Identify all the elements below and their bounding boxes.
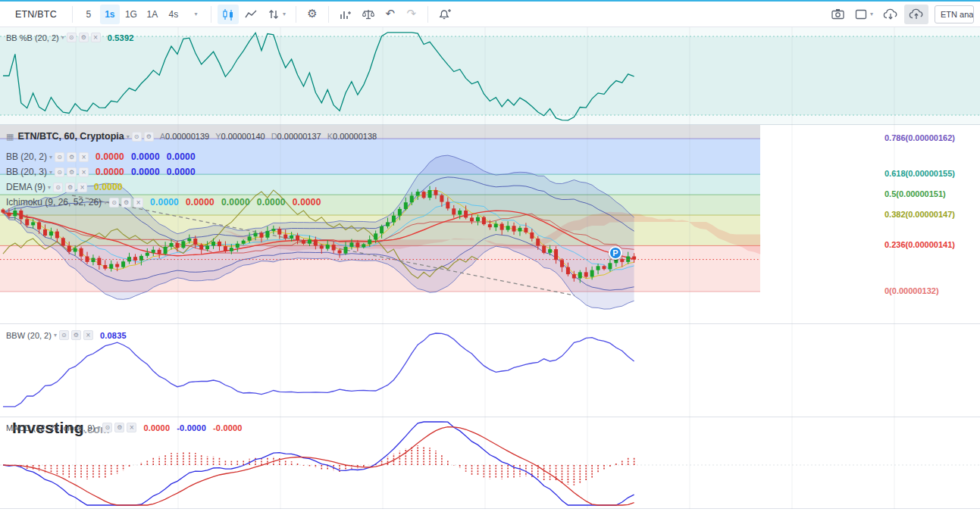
undo-button[interactable]: ↶ [380,5,400,24]
redo-arrow-icon: ↷ [407,8,417,20]
scales-icon [362,8,375,21]
settings-button[interactable]: ⚙ [302,5,322,24]
toolbar-separator [72,6,73,23]
eye-icon[interactable]: ⊙ [53,183,63,192]
fib-level-label: 0(0.00000132) [885,286,939,295]
redo-button[interactable]: ↷ [402,5,421,24]
indicator-row: Ichimoku (9, 26, 52, 26)▾⊙⚙×0.00000.0000… [6,195,321,210]
indicator-value: 0.0000 [95,167,124,177]
macd-value: -0.0000 [177,423,206,432]
compare-button[interactable]: ▾ [263,5,290,24]
toolbar-separator [211,6,211,23]
fib-level-label: 0.618(0.00000155) [885,169,955,178]
close-icon[interactable]: × [83,330,93,340]
eye-icon[interactable]: ⊙ [55,152,64,162]
interval-group: 51s1G1A4s [79,5,183,24]
symbol-button[interactable]: ETN/BTC [6,5,66,24]
camera-icon [831,7,845,21]
chart-type-candles-button[interactable] [218,5,239,24]
save-layout-button[interactable] [904,5,928,24]
eye-icon[interactable]: ⊙ [59,330,69,340]
close-icon[interactable]: × [79,152,89,162]
interval-4s[interactable]: 4s [164,5,183,24]
ohlc-value: 0.00000138 [333,132,377,141]
interval-1s[interactable]: 1s [100,5,120,24]
bbp-controls: ⊙⚙× [64,33,101,42]
chevron-down-icon: ▾ [194,11,197,17]
macd-value: 0.0000 [143,423,170,432]
position-marker[interactable]: P [609,246,622,260]
gear-icon[interactable]: ⚙ [67,167,77,177]
toolbar-separator [427,6,428,23]
close-icon[interactable]: × [133,198,143,208]
toolbar: ETN/BTC 51s1G1A4s ▾ ▾ [0,2,980,27]
indicator-controls: ⊙⚙× [107,198,143,208]
main-chart-controls: ⊙⚙ [130,132,154,142]
fib-level-label: 0.236(0.00000141) [885,240,955,249]
main-chart-title[interactable]: ETN/BTC, 60, Cryptopia [17,131,124,142]
indicator-value: 0.0000 [167,167,196,177]
indicator-controls: ⊙⚙× [51,183,87,192]
indicator-value: 0.0000 [131,167,160,177]
indicator-controls: ⊙⚙× [52,152,89,162]
indicator-value: 0.0000 [221,197,250,208]
bbw-value: 0.0835 [100,331,127,340]
gear-icon: ⚙ [307,8,317,20]
chevron-down-icon: ▾ [283,11,286,17]
alert-button[interactable] [434,5,456,24]
fib-level-label: 0.786(0.00000162) [885,133,955,142]
indicator-legend-list: BB (20, 2)▾⊙⚙×0.00000.00000.0000BB (20, … [6,149,321,210]
gear-icon[interactable]: ⚙ [144,132,154,142]
interval-1A[interactable]: 1A [142,5,162,24]
macd-values: 0.0000-0.0000-0.0000 [136,423,242,432]
eye-icon[interactable]: ⊙ [102,423,112,432]
gear-icon[interactable]: ⚙ [71,330,81,340]
indicator-name[interactable]: Ichimoku (9, 26, 52, 26) [6,197,102,208]
pane-main-chart: ▦ ETN/BTC, 60, Cryptopia ▾ ⊙⚙ A0.0000013… [0,125,980,324]
bbp-canvas[interactable] [0,27,980,125]
fib-level-label: 0.5(0.00000151) [885,189,946,198]
close-icon[interactable]: × [91,33,101,42]
close-icon[interactable]: × [77,183,87,192]
indicators-button[interactable] [335,5,356,24]
gear-icon[interactable]: ⚙ [67,152,77,162]
pane-bb-percent-b: BB %B (20, 2) ▾ ⊙⚙× 0.5392 [0,27,980,125]
gear-icon[interactable]: ⚙ [79,33,89,42]
bbp-indicator-name[interactable]: BB %B (20, 2) [6,33,59,42]
ohlc-value: 0.00000137 [277,132,321,141]
eye-icon[interactable]: ⊙ [132,132,142,142]
eye-icon[interactable]: ⊙ [67,33,77,42]
ohlc-key: D [271,132,277,141]
layout-name-input[interactable]: ETN anal [935,5,974,23]
close-icon[interactable]: × [127,423,136,432]
layout-button[interactable]: ▾ [850,5,877,24]
gear-icon[interactable]: ⚙ [114,423,124,432]
interval-5[interactable]: 5 [79,5,99,24]
load-layout-button[interactable] [878,5,903,24]
eye-icon[interactable]: ⊙ [109,198,119,208]
scales-button[interactable] [358,5,379,24]
indicator-name[interactable]: BB (20, 2) [6,151,47,162]
macd-value: -0.0000 [213,423,243,432]
chart-type-line-button[interactable] [240,5,261,24]
close-icon[interactable]: × [79,167,89,177]
indicator-value: 0.0000 [167,151,196,162]
eye-icon[interactable]: ⊙ [55,167,64,177]
indicator-name[interactable]: DEMA (9) [6,182,45,192]
gear-icon[interactable]: ⚙ [65,183,75,192]
interval-dropdown[interactable]: ▾ [185,5,205,24]
macd-indicator-name[interactable]: MACD (12, 26, close, 9) [6,423,95,432]
cloud-upload-icon [908,8,925,21]
interval-1G[interactable]: 1G [121,5,141,24]
compare-arrows-icon [267,8,280,21]
indicator-value: 0.0000 [94,182,123,192]
bbw-canvas[interactable] [0,324,980,417]
screenshot-button[interactable] [827,5,849,24]
toolbar-separator [328,6,329,23]
indicator-name[interactable]: BB (20, 3) [6,167,47,177]
gear-icon[interactable]: ⚙ [121,198,131,208]
indicator-row: BB (20, 3)▾⊙⚙×0.00000.00000.0000 [6,164,321,179]
bbw-indicator-name[interactable]: BBW (20, 2) [6,331,52,340]
pane-macd: MACD (12, 26, close, 9) ▾ ⊙⚙× 0.0000-0.0… [0,417,980,509]
indicator-value: 0.0000 [186,197,214,208]
